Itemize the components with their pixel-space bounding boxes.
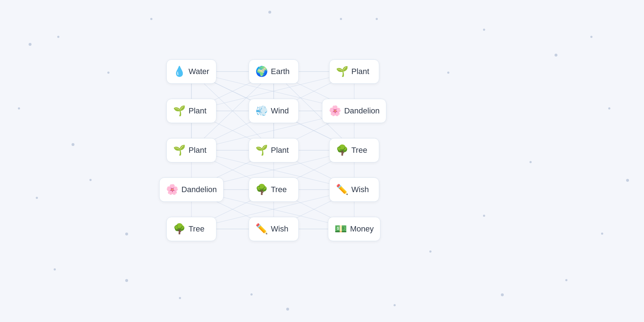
node-card-tree3[interactable]: 🌳Tree	[166, 217, 216, 241]
wish1-icon: ✏️	[336, 185, 348, 195]
nodes-container: 💧Water🌍Earth🌱Plant🌱Plant💨Wind🌸Dandelion🌱…	[0, 0, 644, 322]
plant3-label: Plant	[189, 146, 206, 155]
node-card-wish2[interactable]: ✏️Wish	[249, 217, 299, 241]
decorative-dot	[268, 11, 271, 14]
node-card-dandelion2[interactable]: 🌸Dandelion	[159, 177, 224, 202]
decorative-dot	[501, 293, 504, 296]
tree2-label: Tree	[271, 185, 287, 194]
decorative-dot	[286, 308, 289, 311]
decorative-dot	[36, 197, 38, 199]
decorative-dot	[29, 43, 31, 46]
earth-icon: 🌍	[255, 67, 268, 77]
tree1-icon: 🌳	[336, 145, 348, 155]
decorative-dot	[590, 36, 592, 38]
node-card-plant3[interactable]: 🌱Plant	[166, 138, 216, 162]
node-card-earth[interactable]: 🌍Earth	[249, 59, 299, 84]
node-card-tree2[interactable]: 🌳Tree	[249, 177, 299, 202]
node-card-plant2[interactable]: 🌱Plant	[166, 99, 216, 123]
plant1-label: Plant	[351, 67, 369, 76]
node-card-plant1[interactable]: 🌱Plant	[329, 59, 379, 84]
decorative-dot	[429, 250, 431, 253]
decorative-dot	[394, 304, 396, 306]
wish2-icon: ✏️	[255, 224, 268, 234]
money-icon: 💵	[335, 224, 347, 234]
wind-icon: 💨	[255, 106, 268, 116]
decorative-dot	[530, 161, 532, 163]
dandelion1-icon: 🌸	[329, 106, 341, 116]
decorative-dot	[483, 215, 485, 217]
water-icon: 💧	[173, 67, 186, 77]
plant2-icon: 🌱	[173, 106, 186, 116]
node-card-water[interactable]: 💧Water	[166, 59, 216, 84]
tree3-label: Tree	[189, 224, 204, 234]
decorative-dot	[608, 107, 610, 109]
node-card-wind[interactable]: 💨Wind	[249, 99, 299, 123]
wind-label: Wind	[271, 106, 289, 116]
decorative-dot	[125, 233, 128, 235]
plant3-icon: 🌱	[173, 145, 186, 155]
dandelion1-label: Dandelion	[344, 106, 380, 116]
tree2-icon: 🌳	[255, 185, 268, 195]
earth-label: Earth	[271, 67, 290, 76]
decorative-dot	[376, 18, 378, 20]
decorative-dot	[340, 18, 342, 20]
node-card-wish1[interactable]: ✏️Wish	[329, 177, 379, 202]
canvas: 💧Water🌍Earth🌱Plant🌱Plant💨Wind🌸Dandelion🌱…	[0, 0, 644, 322]
decorative-dot	[54, 268, 56, 270]
plant4-label: Plant	[271, 146, 289, 155]
plant2-label: Plant	[189, 106, 206, 116]
decorative-dot	[447, 72, 449, 74]
decorative-dot	[57, 36, 59, 38]
node-card-money[interactable]: 💵Money	[328, 217, 380, 241]
decorative-dot	[89, 179, 92, 181]
plant1-icon: 🌱	[336, 67, 348, 77]
decorative-dot	[250, 293, 253, 296]
tree3-icon: 🌳	[173, 224, 186, 234]
dandelion2-icon: 🌸	[166, 185, 179, 195]
decorative-dot	[483, 29, 485, 31]
decorative-dot	[107, 72, 109, 74]
decorative-dot	[150, 18, 152, 20]
decorative-dot	[626, 179, 629, 182]
decorative-dot	[565, 279, 567, 281]
decorative-dot	[601, 233, 603, 235]
wish2-label: Wish	[271, 224, 288, 234]
water-label: Water	[189, 67, 209, 76]
decorative-dot	[18, 107, 20, 109]
dandelion2-label: Dandelion	[181, 185, 217, 194]
node-card-plant4[interactable]: 🌱Plant	[249, 138, 299, 162]
decorative-dot	[72, 143, 74, 146]
tree1-label: Tree	[351, 146, 367, 155]
decorative-dot	[555, 54, 557, 57]
node-card-tree1[interactable]: 🌳Tree	[329, 138, 379, 162]
decorative-dot	[179, 297, 181, 299]
money-label: Money	[350, 224, 374, 234]
plant4-icon: 🌱	[255, 145, 268, 155]
wish1-label: Wish	[351, 185, 369, 194]
node-card-dandelion1[interactable]: 🌸Dandelion	[322, 99, 386, 123]
decorative-dot	[125, 279, 128, 282]
